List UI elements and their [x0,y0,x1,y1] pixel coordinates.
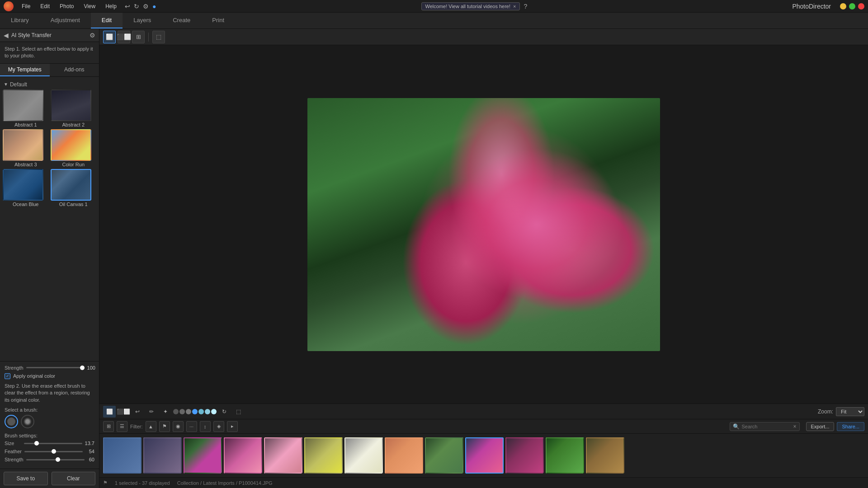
menu-file[interactable]: File [20,2,32,10]
film-thumb-0[interactable] [103,437,142,474]
film-thumb-4[interactable] [264,437,302,474]
sync-icon[interactable]: ● [152,3,156,10]
effect-oceanblue[interactable]: Ocean Blue [3,169,49,207]
tab-library[interactable]: Library [0,13,40,28]
film-thumb-6[interactable] [344,437,383,474]
grid-view-button[interactable]: ⊞ [132,31,145,43]
apply-original-color-checkbox[interactable] [5,373,10,379]
film-thumb-10[interactable] [505,437,544,474]
color-dot-3[interactable] [186,409,191,414]
back-button[interactable]: ◀ [4,32,9,39]
minimize-button[interactable] [840,3,846,9]
compare-view-button[interactable]: ⬛⬜ [118,31,130,43]
film-thumb-3[interactable] [224,437,262,474]
film-thumb-8[interactable] [425,437,463,474]
search-input[interactable] [741,424,791,429]
main-layout: ◀ AI Style Transfer ⚙ Step 1. Select an … [0,29,868,488]
color-dot-5[interactable] [198,409,204,414]
section-default-header[interactable]: ▼ Default [3,80,96,89]
effect-abstract1[interactable]: Abstract 1 [3,89,49,127]
sort-button[interactable]: ↕ [200,421,211,432]
photo-canvas [99,45,868,404]
tab-adjustment[interactable]: Adjustment [40,13,91,28]
filter-dots-button[interactable]: ··· [186,421,197,432]
feather-label: Feather [5,449,22,454]
effect-abstract1-thumb [3,89,43,121]
tab-edit[interactable]: Edit [91,13,123,28]
settings-icon[interactable]: ⚙ [143,3,149,10]
color-dot-1[interactable] [173,409,179,414]
effect-oilcanvas1[interactable]: Oil Canvas 1 [51,169,97,207]
edit-refresh-btn[interactable]: ↻ [218,406,231,418]
save-to-button[interactable]: Save to [4,472,48,485]
menu-edit[interactable]: Edit [38,2,52,10]
effect-abstract2[interactable]: Abstract 2 [51,89,97,127]
film-thumb-9[interactable] [465,437,504,474]
filmstrip-grid-button[interactable]: ⊞ [103,421,114,432]
view-toolbar: ⬜ ⬛⬜ ⊞ ⬚ [99,29,868,45]
apply-original-color-row: Apply original color [5,373,94,379]
search-clear-icon[interactable]: × [793,423,796,430]
color-dot-2[interactable] [179,409,185,414]
export-button[interactable]: Export... [806,422,835,431]
film-thumb-7[interactable] [385,437,423,474]
filmstrip-toolbar: ⊞ ☰ Filter: ▲ ⚑ ◉ ··· ↕ ◈ ▸ 🔍 × Export..… [99,419,868,434]
filter-flag-button[interactable]: ⚑ [159,421,170,432]
film-thumb-1[interactable] [143,437,182,474]
strength2-slider[interactable] [26,459,85,460]
strength-slider[interactable] [26,367,85,368]
menu-photo[interactable]: Photo [58,2,75,10]
redo-icon[interactable]: ↻ [134,3,139,10]
edit-single-btn[interactable]: ⬜ [103,406,116,418]
filter-type-button[interactable]: ▲ [146,421,156,432]
tab-layers[interactable]: Layers [123,13,162,28]
effect-oilcanvas1-label: Oil Canvas 1 [51,202,97,207]
film-thumb-5[interactable] [304,437,343,474]
color-grade-button[interactable]: ◈ [213,421,224,432]
fullscreen-button[interactable]: ⬚ [152,31,165,43]
edit-stamp-btn[interactable]: ✦ [159,406,172,418]
panel-options-button[interactable]: ⚙ [90,32,95,39]
edit-rotate-btn[interactable]: ↩ [131,406,144,418]
tab-my-templates[interactable]: My Templates [0,64,50,76]
film-thumb-11[interactable] [546,437,584,474]
effect-abstract2-thumb [51,89,91,121]
brush-soft-option[interactable] [21,415,34,428]
tab-create[interactable]: Create [162,13,201,28]
edit-before-after-btn[interactable]: ⬛⬜ [117,406,130,418]
menu-view[interactable]: View [82,2,97,10]
menu-help[interactable]: Help [104,2,118,10]
effects-section: ▼ Default Abstract 1 Abstract 2 [0,77,99,361]
size-slider[interactable] [24,443,82,444]
apply-original-color-label: Apply original color [13,373,55,379]
maximize-button[interactable] [849,3,855,9]
edit-crop-btn[interactable]: ⬚ [232,406,245,418]
zoom-select[interactable]: Fit 25% 50% 75% 100% 150% 200% [836,407,864,416]
filter-color-button[interactable]: ◉ [173,421,184,432]
single-view-button[interactable]: ⬜ [103,31,116,43]
clear-button[interactable]: Clear [52,472,96,485]
color-dots-button[interactable]: ▸ [227,421,238,432]
effect-abstract3[interactable]: Abstract 3 [3,129,49,167]
share-button[interactable]: Share... [837,422,864,431]
welcome-close-button[interactable]: × [513,4,516,9]
filmstrip-list-button[interactable]: ☰ [117,421,127,432]
film-thumb-2[interactable] [184,437,222,474]
feather-slider[interactable] [24,451,83,452]
brush-solid-option[interactable] [5,415,18,428]
tab-print[interactable]: Print [201,13,235,28]
search-box: 🔍 × [730,422,799,431]
step1-description: Step 1. Select an effect below to apply … [0,42,99,64]
film-thumb-12[interactable] [586,437,624,474]
color-dot-6[interactable] [205,409,210,414]
tab-addons[interactable]: Add-ons [50,64,99,76]
edit-brush-btn[interactable]: ✏ [145,406,158,418]
color-dot-4[interactable] [192,409,198,414]
color-dot-7[interactable] [211,409,217,414]
effect-colorrun[interactable]: Color Run [51,129,97,167]
undo-icon[interactable]: ↩ [125,3,130,10]
help-icon[interactable]: ? [524,3,527,10]
zoom-control: Zoom: Fit 25% 50% 75% 100% 150% 200% [818,407,864,416]
selection-info: 1 selected - 37 displayed [115,480,170,486]
close-button[interactable] [858,3,864,9]
